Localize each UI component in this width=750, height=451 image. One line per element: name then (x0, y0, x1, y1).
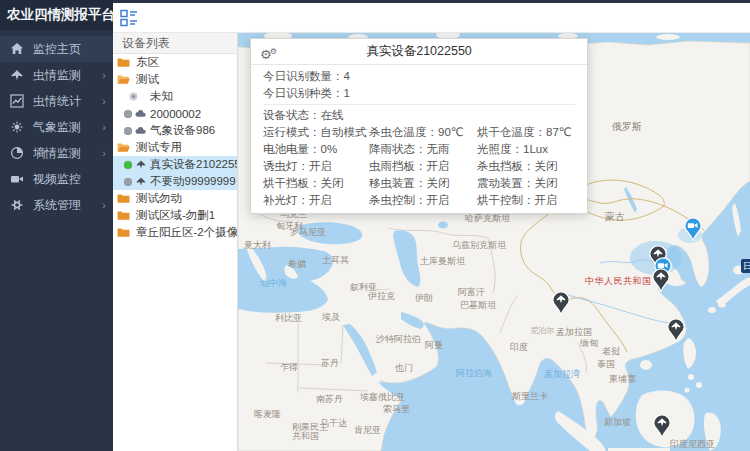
sidebar-item-insect-monitor[interactable]: 虫情监测› (0, 62, 113, 88)
popup-field: 虫雨挡板：开启 (369, 158, 477, 175)
tree-node-label: 气象设备986 (150, 123, 215, 138)
sidebar-item-video-monitor[interactable]: 视频监控 (0, 166, 113, 192)
tree-folder-row[interactable]: 章丘阳丘区-2个摄像头 (113, 224, 237, 241)
popup-grid-row: 烘干挡板：关闭移虫装置：关闭震动装置：关闭 (263, 175, 575, 192)
chevron-right-icon: › (102, 69, 106, 81)
tree-folder-row[interactable]: 测试专用 (113, 139, 237, 156)
tree-node-label: 测试勿动 (136, 191, 182, 206)
tree-node-label: 未知 (150, 89, 173, 104)
sidebar-item-soil-monitor[interactable]: 墒情监测› (0, 140, 113, 166)
tree-device-row[interactable]: 气象设备986 (113, 122, 237, 139)
popup-field: 电池电量：0% (263, 141, 369, 158)
folder-closed-icon (117, 227, 130, 238)
tree-device-row[interactable]: 不要动99999999 (113, 173, 237, 190)
map-marker-bug-pin[interactable] (653, 414, 671, 438)
device-tree: 东区测试未知20000002气象设备986测试专用真实设备21022550不要动… (113, 54, 237, 241)
app-title: 农业四情测报平台 (0, 0, 113, 30)
status-dot-offline (124, 127, 132, 135)
tree-node-label: 真实设备21022550 (150, 157, 237, 172)
tree-node-label: 测试区域-勿删1 (136, 208, 215, 223)
popup-field: 运行模式：自动模式 (263, 124, 369, 141)
popup-field: 光照度：1Lux (477, 141, 575, 158)
status-dot-online (124, 161, 132, 169)
popup-field: 烘干挡板：关闭 (263, 175, 369, 192)
tree-node-label: 东区 (136, 55, 159, 70)
folder-closed-icon (117, 210, 130, 221)
popup-field: 降雨状态：无雨 (369, 141, 477, 158)
popup-status-row: 设备状态：在线 (263, 107, 575, 124)
popup-grid-row: 运行模式：自动模式杀虫仓温度：90℃烘干仓温度：87℃ (263, 124, 575, 141)
folder-open-icon (117, 142, 130, 153)
app-window: 农业四情测报平台 监控主页虫情监测›虫情统计›气象监测›墒情监测›视频监控系统管… (0, 0, 750, 451)
bug-icon (10, 68, 24, 82)
popup-header: ⚙⚙ 真实设备21022550 (251, 39, 587, 65)
popup-grid-row: 补光灯：开启杀虫控制：开启烘干控制：开启 (263, 192, 575, 209)
tree-folder-row[interactable]: 测试勿动 (113, 190, 237, 207)
tree-device-row[interactable]: 未知 (113, 88, 237, 105)
folder-closed-icon (117, 193, 130, 204)
sidebar-item-weather-monitor[interactable]: 气象监测› (0, 114, 113, 140)
device-list-header: 设备列表 (113, 33, 237, 54)
tree-folder-row[interactable]: 测试区域-勿删1 (113, 207, 237, 224)
sidebar: 农业四情测报平台 监控主页虫情监测›虫情统计›气象监测›墒情监测›视频监控系统管… (0, 0, 113, 451)
sidebar-item-system[interactable]: 系统管理› (0, 192, 113, 218)
map-marker-camera-pin[interactable] (684, 217, 702, 241)
sidebar-item-home[interactable]: 监控主页 (0, 36, 113, 62)
popup-grid-row: 诱虫灯：开启虫雨挡板：开启杀虫挡板：关闭 (263, 158, 575, 175)
popup-field: 烘干仓温度：87℃ (477, 124, 575, 141)
tree-list-icon[interactable] (120, 9, 138, 27)
globe-icon (10, 146, 24, 160)
sidebar-item-label: 监控主页 (33, 41, 113, 58)
folder-closed-icon (117, 57, 130, 68)
popup-grid-row: 电池电量：0%降雨状态：无雨光照度：1Lux (263, 141, 575, 158)
popup-field: 诱虫灯：开启 (263, 158, 369, 175)
chevron-right-icon: › (102, 121, 106, 133)
popup-stat-row: 今日识别种类：1 (263, 85, 575, 102)
status-dot-offline (124, 178, 132, 186)
sidebar-item-label: 虫情统计 (33, 93, 102, 110)
tree-node-label: 章丘阳丘区-2个摄像头 (136, 225, 237, 240)
sidebar-item-label: 虫情监测 (33, 67, 102, 84)
popup-field: 移虫装置：关闭 (369, 175, 477, 192)
cloud-icon (135, 125, 147, 136)
sidebar-item-label: 系统管理 (33, 197, 102, 214)
cloud-icon (135, 108, 147, 119)
popup-field: 杀虫挡板：关闭 (477, 158, 575, 175)
popup-field: 烘干控制：开启 (477, 192, 575, 209)
tree-node-label: 20000002 (150, 108, 201, 120)
folder-open-icon (117, 74, 130, 85)
popup-field: 补光灯：开启 (263, 192, 369, 209)
sidebar-item-insect-stats[interactable]: 虫情统计› (0, 88, 113, 114)
sidebar-item-label: 墒情监测 (33, 145, 102, 162)
settings-gears-icon[interactable]: ⚙⚙ (260, 39, 277, 67)
sun-icon (10, 120, 24, 134)
map-marker-bug-pin[interactable] (552, 291, 570, 315)
topbar (113, 0, 750, 33)
map-marker-bug-pin[interactable] (667, 318, 685, 342)
popup-field: 震动装置：关闭 (477, 175, 575, 192)
home-icon (10, 42, 24, 56)
gear-icon (10, 198, 24, 212)
tree-folder-row[interactable]: 东区 (113, 54, 237, 71)
unknown-device-icon (128, 91, 139, 102)
sidebar-item-label: 气象监测 (33, 119, 102, 136)
camera-icon (10, 172, 24, 186)
popup-field: 杀虫控制：开启 (369, 192, 477, 209)
chevron-right-icon: › (102, 199, 106, 211)
moth-icon (135, 159, 147, 170)
tree-device-row[interactable]: 真实设备21022550 (113, 156, 237, 173)
moth-icon (135, 176, 147, 187)
popup-divider (263, 104, 575, 105)
popup-stat-row: 今日识别数量：4 (263, 68, 575, 85)
popup-body: 今日识别数量：4今日识别种类：1设备状态：在线运行模式：自动模式杀虫仓温度：90… (251, 65, 587, 213)
chart-icon (10, 94, 24, 108)
map-marker-bug-pin[interactable] (652, 268, 670, 292)
tree-node-label: 测试 (136, 72, 159, 87)
tree-node-label: 测试专用 (136, 140, 182, 155)
tree-node-label: 不要动99999999 (150, 174, 236, 189)
tree-device-row[interactable]: 20000002 (113, 105, 237, 122)
chevron-right-icon: › (102, 95, 106, 107)
tree-folder-row[interactable]: 测试 (113, 71, 237, 88)
sidebar-item-label: 视频监控 (33, 171, 113, 188)
chevron-right-icon: › (102, 147, 106, 159)
